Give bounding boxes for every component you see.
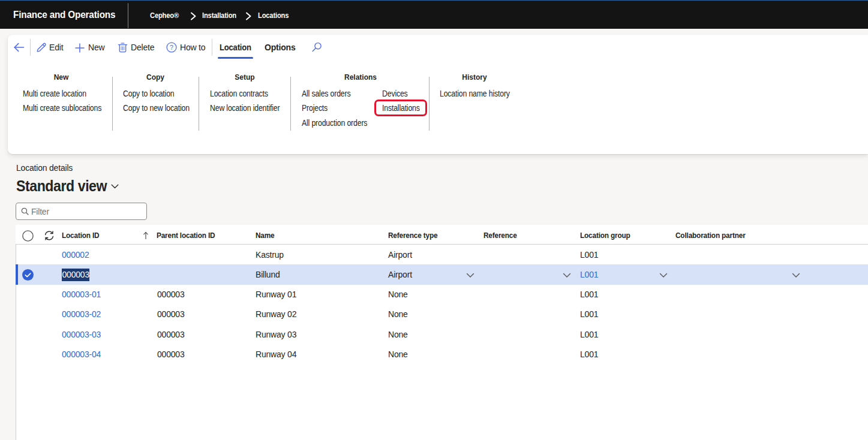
svg-text:?: ? [170,44,173,51]
